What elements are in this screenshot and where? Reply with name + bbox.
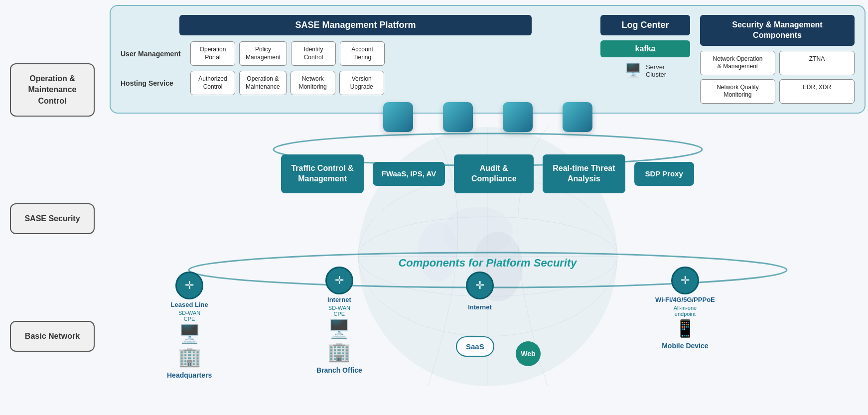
branch-title: Branch Office: [316, 366, 362, 374]
kafka-box: kafka: [600, 40, 690, 57]
user-management-boxes: OperationPortal PolicyManagement Identit…: [190, 41, 385, 66]
authorized-control-box: AuthorizedControl: [190, 71, 235, 95]
headquarters-node: ✛ Leased Line SD-WANCPE 🖥️ 🏢 Headquarter…: [167, 272, 212, 379]
sase-platform-header: SASE Management Platform: [179, 15, 532, 35]
sdp-proxy-btn: SDP Proxy: [634, 162, 694, 186]
server-cluster: 🖥️ ServerCluster: [624, 62, 666, 79]
saas-cloud: SaaS: [456, 336, 494, 357]
operation-maintenance-box: Operation &Maintenance: [239, 71, 287, 95]
log-center: Log Center kafka 🖥️ ServerCluster: [600, 15, 690, 79]
branch-cpe-label: SD-WANCPE: [328, 305, 350, 317]
sidebar-item-operation: Operation & Maintenance Control: [10, 63, 95, 117]
float-box-2: [443, 102, 473, 132]
hq-device-icon: 🖥️: [178, 323, 201, 344]
hq-cpe-label: SD-WANCPE: [178, 310, 200, 322]
mobile-device-icon: 📱: [675, 318, 696, 338]
float-box-4: [563, 102, 592, 132]
version-upgrade-box: VersionUpgrade: [339, 71, 384, 95]
mobile-endpoint-label: All-in-oneendpoint: [674, 305, 697, 317]
web-label: Web: [516, 341, 541, 366]
realtime-threat-btn: Real-time ThreatAnalysis: [543, 154, 625, 193]
branch-device-icon: 🖥️: [328, 318, 350, 339]
globe-section: Traffic Control &Management FWaaS, IPS, …: [107, 102, 868, 415]
security-components-row: Traffic Control &Management FWaaS, IPS, …: [107, 154, 868, 193]
internet-connection-label: Internet: [468, 303, 492, 311]
security-mgmt: Security & ManagementComponents Network …: [700, 15, 855, 104]
traffic-control-btn: Traffic Control &Management: [281, 154, 363, 193]
main-content: SASE Management Platform User Management…: [107, 0, 868, 415]
user-management-row: User Management OperationPortal PolicyMa…: [121, 41, 590, 66]
sidebar-item-sase: SASE Security: [10, 203, 95, 234]
sase-rows: User Management OperationPortal PolicyMa…: [121, 41, 590, 95]
hosting-service-label: Hosting Service: [121, 79, 185, 87]
internet-node: ✛ Internet: [466, 272, 494, 311]
top-section: SASE Management Platform User Management…: [110, 5, 866, 114]
float-box-3: [503, 102, 533, 132]
security-grid: Network Operation& Management ZTNA Netwo…: [700, 51, 855, 104]
hq-node-circle: ✛: [175, 272, 203, 299]
float-boxes: [383, 102, 592, 132]
ztna-box: ZTNA: [779, 51, 855, 75]
branch-node-circle: ✛: [325, 267, 353, 294]
mobile-node-circle: ✛: [671, 267, 699, 294]
mobile-title: Mobile Device: [662, 342, 708, 350]
mobile-node: ✛ Wi-Fi/4G/5G/PPPoE All-in-oneendpoint 📱…: [655, 267, 715, 350]
account-tiering-box: AccountTiering: [340, 41, 385, 66]
log-center-header: Log Center: [600, 15, 690, 35]
saas-label: SaaS: [456, 336, 494, 357]
float-box-1: [383, 102, 413, 132]
hq-connection-label: Leased Line: [171, 301, 208, 308]
mobile-connection-label: Wi-Fi/4G/5G/PPPoE: [655, 296, 715, 303]
server-cluster-label: ServerCluster: [646, 63, 666, 78]
security-mgmt-header: Security & ManagementComponents: [700, 15, 855, 46]
audit-compliance-btn: Audit &Compliance: [454, 154, 534, 193]
web-cloud: Web: [516, 341, 541, 366]
network-operation-box: Network Operation& Management: [700, 51, 775, 75]
internet-node-circle: ✛: [466, 272, 494, 299]
hq-building-icon: 🏢: [178, 346, 201, 368]
edr-xdr-box: EDR, XDR: [779, 79, 855, 104]
user-management-label: User Management: [121, 50, 185, 58]
branch-node: ✛ Internet SD-WANCPE 🖥️ 🏢 Branch Office: [316, 267, 362, 374]
sase-platform: SASE Management Platform User Management…: [121, 15, 590, 95]
sidebar-item-basic-network: Basic Network: [10, 321, 95, 352]
network-quality-box: Network QualityMonitoring: [700, 79, 775, 104]
hosting-service-row: Hosting Service AuthorizedControl Operat…: [121, 71, 590, 95]
server-icon: 🖥️: [624, 62, 642, 79]
hosting-service-boxes: AuthorizedControl Operation &Maintenance…: [190, 71, 384, 95]
fwaas-btn: FWaaS, IPS, AV: [373, 162, 445, 186]
hq-title: Headquarters: [167, 371, 212, 379]
identity-control-box: IdentityControl: [291, 41, 336, 66]
operation-portal-box: OperationPortal: [190, 41, 235, 66]
network-monitoring-box: NetworkMonitoring: [290, 71, 335, 95]
branch-connection-label: Internet: [327, 296, 351, 303]
policy-management-box: PolicyManagement: [239, 41, 287, 66]
branch-building-icon: 🏢: [327, 341, 351, 363]
sidebar: Operation & Maintenance Control SASE Sec…: [0, 0, 105, 415]
